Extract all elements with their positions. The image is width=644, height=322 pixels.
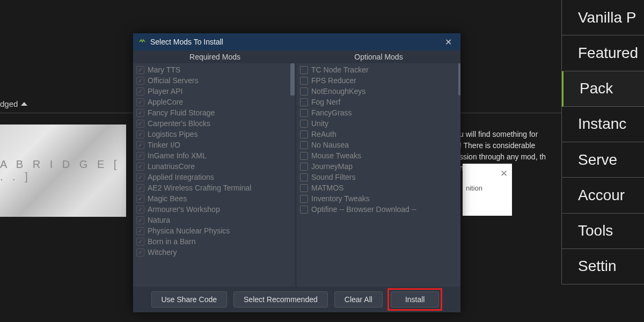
checkbox[interactable] bbox=[300, 195, 308, 203]
checkbox-icon bbox=[136, 141, 144, 149]
mod-label: MATMOS bbox=[311, 184, 343, 192]
right-tab[interactable]: Tools bbox=[562, 214, 644, 249]
mod-row[interactable]: MATMOS bbox=[297, 182, 460, 193]
triangle-up-icon bbox=[21, 102, 27, 106]
mod-row[interactable]: Optifine -- Browser Download -- bbox=[297, 204, 460, 215]
mod-label: AppleCore bbox=[148, 98, 183, 106]
install-button[interactable]: Install bbox=[391, 291, 440, 308]
mod-row[interactable]: FPS Reducer bbox=[297, 75, 460, 86]
mod-label: Sound Filters bbox=[311, 173, 355, 181]
optional-header: Optional Mods bbox=[297, 50, 460, 63]
mod-label: Mouse Tweaks bbox=[311, 151, 361, 160]
mod-row: Mary TTS bbox=[133, 64, 295, 75]
checkbox[interactable] bbox=[300, 163, 308, 171]
right-tab[interactable]: Accour bbox=[562, 178, 644, 213]
right-tab[interactable]: Instanc bbox=[562, 107, 644, 142]
mod-label: Applied Integrations bbox=[148, 173, 214, 181]
mod-label: Unity bbox=[311, 119, 328, 128]
optional-list: TC Node TrackerFPS ReducerNotEnoughKeysF… bbox=[297, 63, 460, 287]
close-icon[interactable]: ✕ bbox=[442, 36, 455, 48]
mod-row[interactable]: JourneyMap bbox=[297, 161, 460, 172]
mod-row[interactable]: Unity bbox=[297, 118, 460, 129]
checkbox[interactable] bbox=[300, 87, 308, 96]
mod-row: Official Servers bbox=[133, 75, 295, 86]
mod-row[interactable]: Sound Filters bbox=[297, 172, 460, 182]
checkbox[interactable] bbox=[300, 184, 308, 192]
checkbox-icon bbox=[136, 120, 144, 128]
right-tab[interactable]: Pack bbox=[562, 71, 644, 107]
filter-label[interactable]: dged bbox=[0, 99, 27, 108]
close-icon[interactable]: ✕ bbox=[500, 168, 508, 179]
popup-text: nition bbox=[466, 184, 509, 192]
mod-label: ReAuth bbox=[311, 130, 336, 138]
right-tab[interactable]: Vanilla P bbox=[562, 0, 644, 35]
mod-row: LunatriusCore bbox=[133, 161, 295, 172]
scrollbar[interactable] bbox=[458, 63, 460, 287]
mod-label: Born in a Barn bbox=[148, 237, 196, 246]
mod-row[interactable]: Inventory Tweaks bbox=[297, 193, 460, 204]
mod-row[interactable]: Fog Nerf bbox=[297, 97, 460, 107]
checkbox[interactable] bbox=[300, 66, 308, 74]
checkbox-icon bbox=[136, 130, 144, 138]
mod-row[interactable]: TC Node Tracker bbox=[297, 64, 460, 75]
modal-title-text: Select Mods To Install bbox=[150, 38, 437, 46]
desc-line: ssion through any mod, th bbox=[459, 151, 556, 163]
required-column: Required Mods Mary TTSOfficial ServersPl… bbox=[133, 50, 297, 287]
mod-label: Magic Bees bbox=[148, 194, 187, 203]
mod-row[interactable]: ReAuth bbox=[297, 129, 460, 140]
checkbox[interactable] bbox=[300, 141, 308, 149]
mod-label: Logistics Pipes bbox=[148, 130, 197, 138]
checkbox[interactable] bbox=[300, 152, 308, 160]
checkbox-icon bbox=[136, 238, 144, 246]
mod-row: Player API bbox=[133, 86, 295, 97]
scrollbar[interactable] bbox=[290, 63, 295, 287]
mod-label: AE2 Wireless Crafting Terminal bbox=[148, 184, 251, 192]
mod-row[interactable]: NotEnoughKeys bbox=[297, 86, 460, 97]
checkbox-icon bbox=[136, 173, 144, 181]
checkbox[interactable] bbox=[300, 173, 308, 181]
checkbox[interactable] bbox=[300, 77, 308, 85]
scrollbar-thumb[interactable] bbox=[290, 63, 295, 96]
right-tab[interactable]: Featured bbox=[562, 35, 644, 71]
mod-row: Physica Nuclear Physics bbox=[133, 225, 295, 236]
checkbox-icon bbox=[136, 152, 144, 160]
desc-line: u will find something for bbox=[459, 129, 556, 140]
mod-row: Natura bbox=[133, 215, 295, 225]
checkbox-icon bbox=[136, 163, 144, 171]
checkbox-icon bbox=[136, 77, 144, 85]
mod-label: InGame Info XML bbox=[148, 151, 207, 160]
mod-label: LunatriusCore bbox=[148, 162, 195, 171]
mod-row[interactable]: FancyGrass bbox=[297, 107, 460, 118]
mod-label: Inventory Tweaks bbox=[311, 194, 370, 203]
right-tab[interactable]: Serve bbox=[562, 142, 644, 178]
scrollbar-thumb[interactable] bbox=[458, 63, 460, 96]
mod-label: FPS Reducer bbox=[311, 76, 356, 85]
use-share-code-button[interactable]: Use Share Code bbox=[151, 291, 228, 308]
pack-thumbnail[interactable]: A B R I D G E [ . . ] bbox=[0, 125, 126, 217]
mod-label: Fog Nerf bbox=[311, 98, 340, 106]
checkbox-icon bbox=[136, 98, 144, 106]
mod-row[interactable]: No Nausea bbox=[297, 140, 460, 150]
checkbox-icon bbox=[136, 66, 144, 74]
mod-label: Player API bbox=[148, 87, 182, 96]
checkbox[interactable] bbox=[300, 206, 308, 214]
checkbox-icon bbox=[136, 248, 144, 257]
mod-row[interactable]: Mouse Tweaks bbox=[297, 150, 460, 161]
checkbox[interactable] bbox=[300, 109, 308, 117]
mod-label: No Nausea bbox=[311, 141, 349, 149]
mod-label: TC Node Tracker bbox=[311, 65, 369, 74]
checkbox[interactable] bbox=[300, 98, 308, 106]
mod-row: Born in a Barn bbox=[133, 236, 295, 247]
mod-row: InGame Info XML bbox=[133, 150, 295, 161]
clear-all-button[interactable]: Clear All bbox=[334, 291, 383, 308]
optional-column: Optional Mods TC Node TrackerFPS Reducer… bbox=[297, 50, 460, 287]
filter-text: dged bbox=[0, 99, 18, 108]
mod-row: Fancy Fluid Storage bbox=[133, 107, 295, 118]
right-tab[interactable]: Settin bbox=[562, 249, 644, 284]
mod-label: Carpenter's Blocks bbox=[148, 119, 210, 128]
checkbox[interactable] bbox=[300, 120, 308, 128]
checkbox-icon bbox=[136, 216, 144, 224]
select-recommended-button[interactable]: Select Recommended bbox=[233, 291, 328, 308]
mod-label: Fancy Fluid Storage bbox=[148, 108, 215, 117]
checkbox[interactable] bbox=[300, 130, 308, 138]
